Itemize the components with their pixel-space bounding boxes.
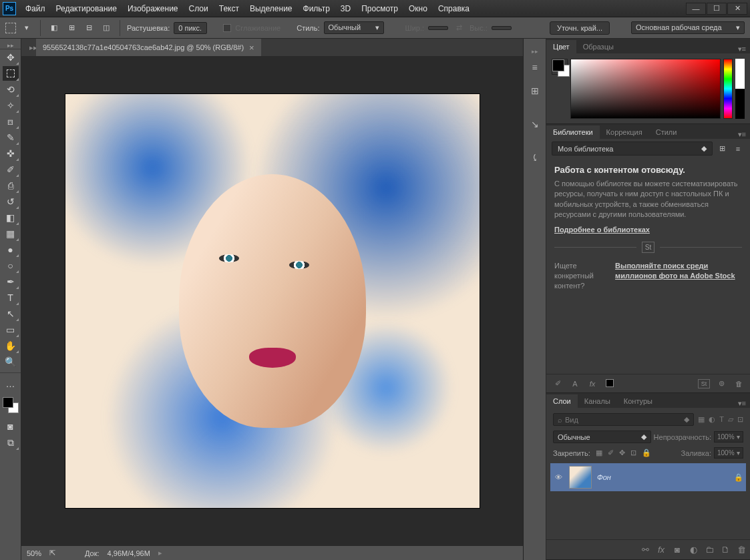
pen-tool[interactable]: ✒ bbox=[3, 274, 19, 289]
layer-row[interactable]: 👁 Фон 🔒 bbox=[550, 463, 746, 491]
marquee-tool[interactable] bbox=[3, 66, 19, 81]
color-swatches[interactable] bbox=[3, 397, 19, 413]
menu-image[interactable]: Изображение bbox=[122, 1, 184, 16]
filter-adjust-icon[interactable]: ◐ bbox=[709, 415, 715, 424]
menu-view[interactable]: Просмотр bbox=[356, 1, 403, 16]
menu-file[interactable]: Файл bbox=[20, 1, 51, 16]
link-layers-icon[interactable]: ⚯ bbox=[639, 545, 651, 555]
heal-tool[interactable]: ✜ bbox=[3, 146, 19, 161]
menu-text[interactable]: Текст bbox=[214, 1, 244, 16]
close-button[interactable]: ✕ bbox=[727, 3, 747, 15]
trash-icon[interactable]: 🗑 bbox=[733, 380, 745, 388]
grid-view-icon[interactable]: ⊞ bbox=[715, 142, 729, 156]
tab-channels[interactable]: Каналы bbox=[578, 394, 617, 408]
cloud-icon[interactable]: ⊚ bbox=[715, 379, 727, 388]
tab-paths[interactable]: Контуры bbox=[617, 394, 659, 408]
library-select[interactable]: Моя библиотека◆ bbox=[552, 142, 713, 156]
tab-handle-icon[interactable]: ▸▸ bbox=[29, 43, 36, 52]
filter-text-icon[interactable]: T bbox=[719, 415, 724, 424]
maximize-button[interactable]: ☐ bbox=[707, 3, 727, 15]
tab-layers[interactable]: Слои bbox=[546, 394, 578, 408]
dropdown-icon[interactable]: ▾ bbox=[20, 21, 33, 35]
screen-mode-icon[interactable]: ⧉ bbox=[3, 435, 19, 450]
chevron-right-icon[interactable]: ▸ bbox=[158, 549, 162, 557]
menu-layers[interactable]: Слои bbox=[184, 1, 214, 16]
color-proxy[interactable] bbox=[552, 59, 568, 75]
layer-name[interactable]: Фон bbox=[597, 473, 729, 481]
magic-wand-tool[interactable]: ✧ bbox=[3, 98, 19, 113]
color-field[interactable] bbox=[570, 59, 721, 119]
menu-window[interactable]: Окно bbox=[403, 1, 433, 16]
layer-fx-icon[interactable]: fx bbox=[655, 545, 667, 555]
minimize-button[interactable]: — bbox=[686, 3, 706, 15]
blend-mode-select[interactable]: Обычные◆ bbox=[553, 431, 651, 443]
eraser-tool[interactable]: ◧ bbox=[3, 210, 19, 225]
group-icon[interactable]: 🗀 bbox=[703, 545, 715, 555]
subtract-selection-icon[interactable]: ⊟ bbox=[82, 21, 96, 35]
canvas-area[interactable] bbox=[21, 56, 523, 545]
quick-mask-icon[interactable]: ◙ bbox=[3, 419, 19, 434]
layer-filter-select[interactable]: ⌕ Вид ◆ bbox=[553, 413, 694, 426]
hue-slider[interactable] bbox=[723, 59, 733, 119]
tab-color[interactable]: Цвет bbox=[546, 40, 576, 53]
filter-pixel-icon[interactable]: ▦ bbox=[698, 415, 705, 424]
stamp-tool[interactable]: ⎙ bbox=[3, 178, 19, 193]
new-layer-icon[interactable]: 🗋 bbox=[719, 545, 731, 555]
menu-3d[interactable]: 3D bbox=[335, 1, 356, 16]
layer-lock-icon[interactable]: 🔒 bbox=[734, 473, 743, 482]
lock-artboard-icon[interactable]: ⊡ bbox=[630, 449, 636, 457]
document-tab[interactable]: 9556524138c77a1e40504763cae6ab42.jpg @ 5… bbox=[36, 39, 261, 56]
paragraph-panel-icon[interactable]: ⤹ bbox=[526, 148, 544, 167]
stock-icon[interactable]: St bbox=[698, 379, 710, 388]
swap-wh-icon[interactable]: ⇄ bbox=[452, 21, 465, 35]
layer-mask-icon[interactable]: ◙ bbox=[671, 545, 683, 555]
feather-input[interactable]: 0 пикс. bbox=[174, 22, 207, 34]
properties-panel-icon[interactable]: ⊞ bbox=[526, 81, 544, 100]
character-panel-icon[interactable]: ↘ bbox=[526, 115, 544, 133]
history-panel-icon[interactable]: ≡ bbox=[526, 58, 544, 77]
fill-input[interactable]: 100%▾ bbox=[714, 447, 743, 459]
color-add-icon[interactable] bbox=[604, 379, 616, 388]
antialias-checkbox[interactable] bbox=[223, 24, 231, 32]
gradient-tool[interactable]: ▦ bbox=[3, 226, 19, 241]
brush-tool[interactable]: ✐ bbox=[3, 162, 19, 177]
foreground-color[interactable] bbox=[3, 397, 13, 408]
lock-all-icon[interactable]: 🔒 bbox=[642, 449, 651, 457]
tab-adjustments[interactable]: Коррекция bbox=[600, 125, 649, 139]
history-brush-tool[interactable]: ↺ bbox=[3, 194, 19, 209]
hand-tool[interactable]: ✋ bbox=[3, 338, 19, 353]
blur-tool[interactable]: ● bbox=[3, 242, 19, 257]
shape-tool[interactable]: ▭ bbox=[3, 322, 19, 337]
lock-transparency-icon[interactable]: ▦ bbox=[596, 449, 602, 457]
doc-info-value[interactable]: 4,96M/4,96M bbox=[108, 549, 150, 557]
char-style-icon[interactable]: A bbox=[569, 380, 581, 388]
fx-icon[interactable]: fx bbox=[586, 380, 598, 388]
filter-shape-icon[interactable]: ▱ bbox=[728, 415, 733, 424]
zoom-tool[interactable]: 🔍 bbox=[3, 354, 19, 369]
path-select-tool[interactable]: ↖ bbox=[3, 306, 19, 321]
lasso-tool[interactable]: ⟲ bbox=[3, 82, 19, 97]
panel-menu-icon[interactable]: ▾≡ bbox=[734, 130, 750, 139]
menu-filter[interactable]: Фильтр bbox=[298, 1, 335, 16]
stock-link[interactable]: Выполняйте поиск среди миллионов фото на… bbox=[615, 261, 742, 292]
eyedropper-tool[interactable]: ✎ bbox=[3, 130, 19, 145]
menu-help[interactable]: Справка bbox=[433, 1, 475, 16]
delete-layer-icon[interactable]: 🗑 bbox=[735, 545, 747, 555]
panel-menu-icon[interactable]: ▾≡ bbox=[734, 45, 750, 53]
opacity-input[interactable]: 100%▾ bbox=[714, 431, 743, 443]
menu-select[interactable]: Выделение bbox=[244, 1, 298, 16]
dots-tool[interactable]: … bbox=[3, 376, 19, 391]
lock-position-icon[interactable]: ✥ bbox=[619, 449, 625, 457]
refine-edge-button[interactable]: Уточн. край... bbox=[550, 21, 610, 35]
expand-icon[interactable]: ⇱ bbox=[49, 549, 55, 557]
brush-add-icon[interactable]: ✐ bbox=[552, 379, 564, 388]
zoom-level[interactable]: 50% bbox=[27, 549, 41, 557]
crop-tool[interactable]: ⧈ bbox=[3, 114, 19, 129]
tool-preset-icon[interactable] bbox=[5, 23, 16, 33]
filter-smart-icon[interactable]: ⊡ bbox=[737, 415, 743, 424]
type-tool[interactable]: T bbox=[3, 290, 19, 305]
visibility-eye-icon[interactable]: 👁 bbox=[553, 473, 564, 481]
learn-more-link[interactable]: Подробнее о библиотеках bbox=[554, 226, 650, 234]
strip-handle-icon[interactable]: ▸▸ bbox=[524, 48, 546, 55]
tab-swatches[interactable]: Образцы bbox=[576, 40, 620, 53]
